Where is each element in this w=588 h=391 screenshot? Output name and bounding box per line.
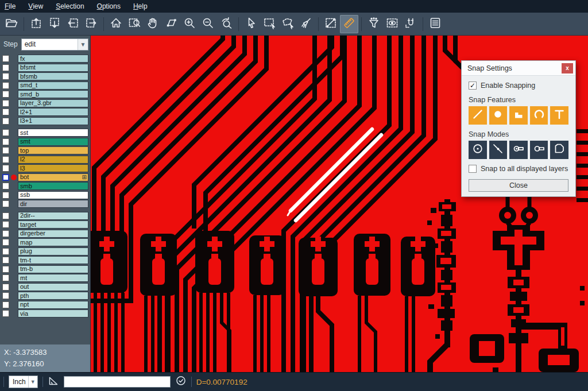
snap-slot-end-button[interactable] (509, 141, 528, 159)
zoom-home-button[interactable] (107, 15, 125, 33)
layer-row[interactable]: map (0, 238, 90, 246)
snap-corner-button[interactable] (550, 141, 568, 159)
layer-row[interactable]: smb (0, 182, 90, 190)
layer-visibility-checkbox[interactable] (2, 138, 9, 145)
pan-left-button[interactable] (64, 15, 82, 33)
dialog-titlebar[interactable]: Snap Settings x (462, 61, 575, 76)
layer-row[interactable]: plug (0, 247, 90, 255)
snap-surface-button[interactable] (509, 106, 528, 125)
layer-name[interactable]: l3 (18, 164, 88, 172)
layer-row[interactable]: via (0, 309, 90, 318)
layer-row[interactable]: sst (0, 129, 90, 137)
layer-row[interactable]: bfsmb (0, 72, 90, 80)
snap-midpoint-button[interactable] (489, 141, 508, 159)
layer-row[interactable]: pth (0, 292, 90, 300)
layer-row[interactable]: l2 (0, 156, 90, 164)
close-button[interactable]: Close (469, 179, 568, 192)
layer-name[interactable]: bfsmb (18, 72, 88, 80)
layer-visibility-checkbox[interactable] (2, 73, 9, 80)
layer-visibility-checkbox[interactable] (2, 147, 9, 154)
step-dropdown[interactable]: edit ▼ (21, 38, 88, 51)
layer-row[interactable]: npt (0, 301, 90, 309)
select-rectangle-button[interactable] (260, 15, 278, 33)
layer-visibility-checkbox[interactable] (2, 274, 9, 281)
layer-visibility-checkbox[interactable] (2, 192, 9, 199)
menu-file[interactable]: File (5, 2, 16, 10)
menu-help[interactable]: Help (133, 2, 148, 10)
apply-check-icon[interactable] (175, 375, 187, 389)
layer-name[interactable]: smd_t (18, 82, 88, 90)
zoom-out-button[interactable] (199, 15, 217, 33)
units-dropdown[interactable]: Inch ▼ (9, 375, 38, 388)
layer-visibility-checkbox[interactable] (2, 248, 9, 255)
layer-name[interactable]: sst (18, 129, 88, 137)
layer-row[interactable]: layer_3.gbr (0, 99, 90, 107)
pan-hand-button[interactable] (144, 15, 162, 33)
layer-visibility-checkbox[interactable] (2, 100, 9, 107)
layer-row[interactable]: bfsmt (0, 64, 90, 72)
layer-name[interactable]: smd_b (18, 90, 88, 98)
menu-view[interactable]: View (28, 2, 43, 10)
layer-row[interactable]: dir (0, 200, 90, 208)
measure-line-button[interactable] (322, 15, 340, 33)
layer-row[interactable]: tm-t (0, 256, 90, 264)
layer-visibility-checkbox[interactable] (2, 292, 9, 299)
layer-visibility-checkbox[interactable] (2, 221, 9, 228)
layer-name[interactable]: top (18, 146, 88, 154)
layer-visibility-checkbox[interactable] (2, 82, 9, 89)
snap-all-layers-checkbox[interactable] (469, 165, 477, 173)
layer-row[interactable]: dirgerber (0, 230, 90, 238)
report-button[interactable] (426, 15, 444, 33)
layer-row[interactable]: smd_b (0, 90, 90, 98)
layer-visibility-checkbox[interactable] (2, 129, 9, 136)
layer-row[interactable]: ssb (0, 191, 90, 199)
layer-row[interactable]: tm-b (0, 265, 90, 273)
chevron-down-icon[interactable]: ▼ (28, 376, 37, 388)
layer-name[interactable]: dirgerber (18, 230, 88, 238)
layer-row[interactable]: smd_t (0, 82, 90, 90)
layer-visibility-checkbox[interactable] (2, 55, 9, 62)
layer-name[interactable]: pth (18, 292, 88, 300)
layer-name[interactable]: plug (18, 247, 88, 255)
layer-name[interactable]: smt (18, 138, 88, 146)
close-icon[interactable]: x (562, 63, 573, 73)
layer-visibility-checkbox[interactable] (2, 239, 9, 246)
zoom-free-button[interactable] (162, 15, 180, 33)
layer-name[interactable]: out (18, 283, 88, 291)
layer-row[interactable]: bot⊞ (0, 173, 90, 181)
select-polygon-button[interactable] (278, 15, 297, 33)
layer-name[interactable]: layer_3.gbr (18, 99, 88, 107)
command-input[interactable] (64, 376, 171, 388)
zoom-in-button[interactable] (180, 15, 199, 33)
layer-name[interactable]: tm-t (18, 256, 88, 264)
zoom-previous-button[interactable] (217, 15, 235, 33)
layer-visibility-checkbox[interactable] (2, 174, 9, 181)
layer-visibility-checkbox[interactable] (2, 183, 9, 189)
snap-settings-button[interactable] (401, 15, 420, 33)
layer-visibility-checkbox[interactable] (2, 310, 9, 317)
layer-name[interactable]: mt (18, 274, 88, 282)
zoom-region-button[interactable] (125, 15, 144, 33)
layer-name[interactable]: tm-b (18, 265, 88, 273)
layer-row[interactable]: l3+1 (0, 117, 90, 125)
layer-name[interactable]: npt (18, 301, 88, 309)
layer-row[interactable]: target (0, 220, 90, 229)
layer-name[interactable]: bfsmt (18, 64, 88, 72)
snap-center-button[interactable] (469, 141, 487, 159)
layer-name[interactable]: l2+1 (18, 108, 88, 116)
snap-text-button[interactable] (550, 106, 568, 125)
pan-down-button[interactable] (45, 15, 64, 33)
layer-row[interactable]: mt (0, 274, 90, 282)
layer-visibility-checkbox[interactable] (2, 200, 9, 207)
filter-button[interactable] (365, 15, 383, 33)
layer-name[interactable]: map (18, 238, 88, 246)
layer-visibility-checkbox[interactable] (2, 156, 9, 163)
chevron-down-icon[interactable]: ▼ (78, 39, 88, 50)
layer-name[interactable]: fx (18, 55, 88, 63)
layer-visibility-checkbox[interactable] (2, 230, 9, 237)
layer-visibility-checkbox[interactable] (2, 91, 9, 98)
layer-row[interactable]: top (0, 146, 90, 154)
snap-line-button[interactable] (469, 106, 487, 125)
snap-arc-button[interactable] (530, 106, 548, 125)
layer-visibility-checkbox[interactable] (2, 165, 9, 172)
